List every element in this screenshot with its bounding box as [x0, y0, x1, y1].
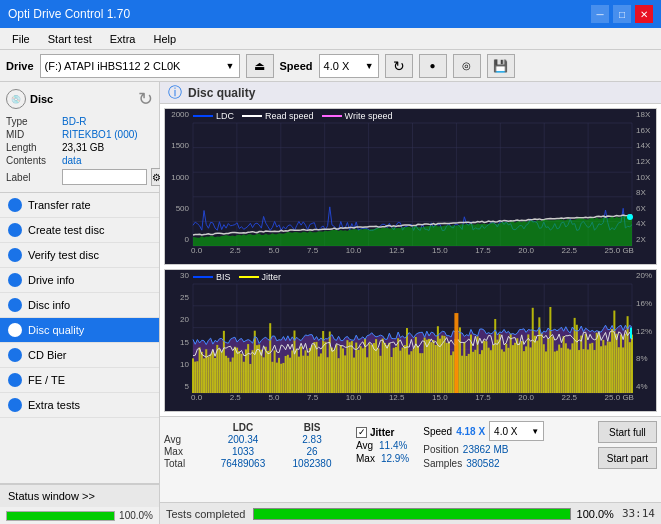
stats-col-bis: BIS: [282, 422, 342, 433]
titlebar: Opti Drive Control 1.70 ─ □ ✕: [0, 0, 661, 28]
stats-table: LDC BIS Avg 200.34 2.83 Max 1033 26 Tota…: [164, 422, 342, 469]
menu-help[interactable]: Help: [145, 31, 184, 47]
stats-total-label: Total: [164, 458, 204, 469]
chart-header: ⓘ Disc quality: [160, 82, 661, 104]
sidebar-item-drive-info[interactable]: Drive info: [0, 268, 159, 293]
stats-area: LDC BIS Avg 200.34 2.83 Max 1033 26 Tota…: [160, 416, 661, 502]
disc-mid-row: MID RITEKBO1 (000): [6, 129, 153, 140]
stats-col-empty: [164, 422, 204, 433]
jitter-max-row: Max 12.9%: [356, 453, 409, 464]
nav-icon-cd-bier: [8, 348, 22, 362]
tool-btn-1[interactable]: ●: [419, 54, 447, 78]
disc-panel-title: Disc: [30, 93, 53, 105]
eject-button[interactable]: ⏏: [246, 54, 274, 78]
bottom-progress-pct: 100.0%: [577, 508, 614, 520]
start-part-button[interactable]: Start part: [598, 447, 657, 469]
sidebar-item-create-test-disc[interactable]: Create test disc: [0, 218, 159, 243]
speed-label: Speed: [280, 60, 313, 72]
start-full-button[interactable]: Start full: [598, 421, 657, 443]
legend-ldc: LDC: [193, 111, 234, 121]
status-window-label: Status window >>: [8, 490, 95, 502]
drive-value: (F:) ATAPI iHBS112 2 CL0K: [45, 60, 181, 72]
close-button[interactable]: ✕: [635, 5, 653, 23]
sidebar-item-cd-bier[interactable]: CD Bier: [0, 343, 159, 368]
legend-write-speed-label: Write speed: [345, 111, 393, 121]
charts-container: LDC Read speed Write speed 0 500: [160, 104, 661, 416]
disc-refresh-icon[interactable]: ↻: [138, 88, 153, 110]
stats-max-ldc: 1033: [208, 446, 278, 457]
status-complete-text: Tests completed: [166, 508, 245, 520]
disc-panel-header: 💿 Disc ↻: [6, 88, 153, 110]
sidebar-item-transfer-rate[interactable]: Transfer rate: [0, 193, 159, 218]
status-window-button[interactable]: Status window >>: [0, 484, 159, 507]
legend-bis-label: BIS: [216, 272, 231, 282]
bottom-status-bar: Tests completed 100.0% 33:14: [160, 502, 661, 524]
nav-icon-fe-te: [8, 373, 22, 387]
disc-length-key: Length: [6, 142, 58, 153]
refresh-button[interactable]: ↻: [385, 54, 413, 78]
disc-contents-key: Contents: [6, 155, 58, 166]
top-legend: LDC Read speed Write speed: [193, 111, 392, 121]
menu-file[interactable]: File: [4, 31, 38, 47]
stats-col-ldc: LDC: [208, 422, 278, 433]
chart-title: Disc quality: [188, 86, 255, 100]
legend-bis-color: [193, 276, 213, 278]
sidebar-item-disc-quality[interactable]: Disc quality: [0, 318, 159, 343]
sidebar-item-extra-tests[interactable]: Extra tests: [0, 393, 159, 418]
sidebar-item-verify-test-disc[interactable]: Verify test disc: [0, 243, 159, 268]
nav-label-drive-info: Drive info: [28, 274, 74, 286]
yr-10x: 10X: [636, 174, 656, 182]
save-button[interactable]: 💾: [487, 54, 515, 78]
samples-val: 380582: [466, 458, 499, 469]
nav-label-transfer-rate: Transfer rate: [28, 199, 91, 211]
progress-bar-container: [6, 511, 115, 521]
yr-14x: 14X: [636, 142, 656, 150]
disc-contents-val: data: [62, 155, 81, 166]
top-y-left: 0 500 1000 1500 2000: [165, 109, 191, 246]
speed-dropdown-arrow: ▼: [365, 61, 374, 71]
top-chart-canvas: [165, 109, 656, 264]
nav-icon-transfer-rate: [8, 198, 22, 212]
yr-18x: 18X: [636, 111, 656, 119]
menu-extra[interactable]: Extra: [102, 31, 144, 47]
jitter-label: Jitter: [370, 427, 394, 438]
jitter-max-val: 12.9%: [381, 453, 409, 464]
disc-mid-key: MID: [6, 129, 58, 140]
nav-label-fe-te: FE / TE: [28, 374, 65, 386]
tool-btn-2[interactable]: ◎: [453, 54, 481, 78]
drive-label: Drive: [6, 60, 34, 72]
sidebar-item-disc-info[interactable]: Disc info: [0, 293, 159, 318]
sidebar-item-fe-te[interactable]: FE / TE: [0, 368, 159, 393]
y-label-1000: 1000: [165, 174, 189, 182]
stats-row-1: LDC BIS Avg 200.34 2.83 Max 1033 26 Tota…: [164, 421, 657, 469]
bottom-legend: BIS Jitter: [193, 272, 281, 282]
y-label-2000: 2000: [165, 111, 189, 119]
samples-label: Samples: [423, 458, 462, 469]
nav-label-verify-test-disc: Verify test disc: [28, 249, 99, 261]
jitter-checkbox[interactable]: ✓: [356, 427, 367, 438]
speed-value: 4.0 X: [324, 60, 350, 72]
minimize-button[interactable]: ─: [591, 5, 609, 23]
nav-label-disc-quality: Disc quality: [28, 324, 84, 336]
action-buttons: Start full Start part: [598, 421, 657, 469]
jitter-avg-val: 11.4%: [379, 440, 407, 451]
maximize-button[interactable]: □: [613, 5, 631, 23]
progress-percent: 100.0%: [119, 510, 153, 521]
progress-bar-fill: [7, 512, 114, 520]
bottom-y-left: 5 10 15 20 25 30: [165, 270, 191, 393]
nav-label-create-test-disc: Create test disc: [28, 224, 104, 236]
status-section: Status window >> 100.0%: [0, 483, 159, 524]
drive-selector[interactable]: (F:) ATAPI iHBS112 2 CL0K ▼: [40, 54, 240, 78]
disc-length-row: Length 23,31 GB: [6, 142, 153, 153]
yr-2x: 2X: [636, 236, 656, 244]
disc-label-input[interactable]: [62, 169, 147, 185]
stats-total-bis: 1082380: [282, 458, 342, 469]
menu-start-test[interactable]: Start test: [40, 31, 100, 47]
jitter-max-label: Max: [356, 453, 375, 464]
speed-info-val: 4.18 X: [456, 426, 485, 437]
legend-bis: BIS: [193, 272, 231, 282]
bottom-progress-container: [253, 508, 570, 520]
speed-selector[interactable]: 4.0 X ▼: [319, 54, 379, 78]
disc-label-row: Label ⚙: [6, 168, 153, 186]
speed-dropdown[interactable]: 4.0 X ▼: [489, 421, 544, 441]
